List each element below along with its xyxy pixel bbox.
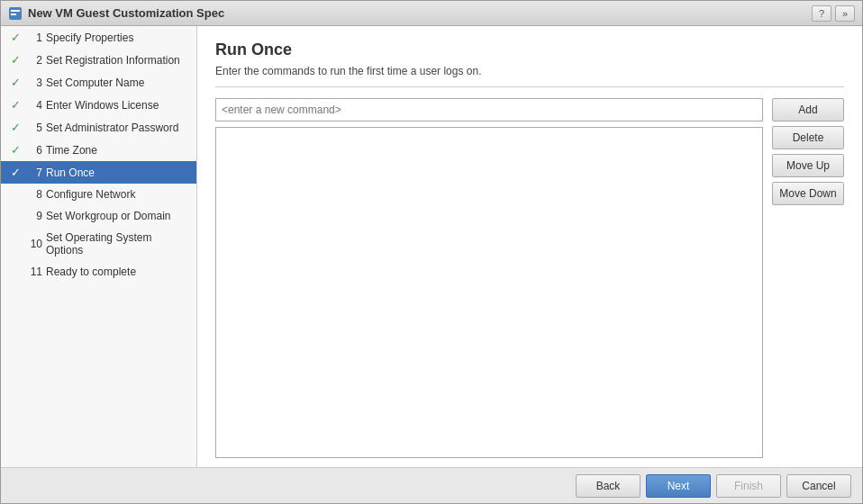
step-number-11: 11 — [26, 266, 42, 278]
sidebar-item-1[interactable]: ✓1Specify Properties — [1, 26, 196, 49]
check-icon-5: ✓ — [8, 121, 23, 134]
step-number-8: 8 — [26, 188, 42, 201]
sidebar-item-2[interactable]: ✓2Set Registration Information — [1, 49, 196, 71]
step-number-4: 4 — [26, 99, 42, 112]
back-button[interactable]: Back — [576, 474, 640, 498]
step-number-7: 7 — [26, 166, 42, 179]
move-down-button[interactable]: Move Down — [772, 182, 844, 205]
sidebar-item-3[interactable]: ✓3Set Computer Name — [1, 71, 196, 94]
help-button[interactable]: ? — [812, 5, 831, 22]
sidebar-item-7[interactable]: ✓7Run Once — [1, 161, 196, 184]
sidebar-item-6[interactable]: ✓6Time Zone — [1, 139, 196, 161]
step-label-9: Set Workgroup or Domain — [46, 210, 189, 222]
finish-button: Finish — [716, 474, 781, 498]
svg-rect-2 — [11, 14, 16, 15]
main-content: ✓1Specify Properties✓2Set Registration I… — [1, 26, 862, 467]
add-button[interactable]: Add — [772, 98, 844, 122]
step-number-1: 1 — [26, 32, 42, 44]
command-input[interactable] — [215, 98, 763, 122]
step-label-6: Time Zone — [46, 144, 189, 157]
step-number-3: 3 — [26, 76, 42, 89]
expand-button[interactable]: » — [835, 5, 855, 22]
step-label-1: Specify Properties — [46, 32, 189, 44]
svg-rect-1 — [11, 10, 20, 12]
check-icon-7: ✓ — [8, 166, 23, 179]
check-icon-6: ✓ — [8, 143, 23, 157]
title-bar-left: New VM Guest Customization Spec — [8, 6, 224, 21]
footer: Back Next Finish Cancel — [1, 467, 862, 503]
check-icon-1: ✓ — [8, 31, 23, 44]
sidebar-item-9[interactable]: 9Set Workgroup or Domain — [1, 205, 196, 227]
title-bar-controls: ? » — [812, 5, 855, 22]
cancel-button[interactable]: Cancel — [786, 474, 851, 498]
next-button[interactable]: Next — [646, 474, 711, 498]
sidebar-item-11[interactable]: 11Ready to complete — [1, 261, 196, 283]
check-icon-3: ✓ — [8, 76, 23, 89]
step-label-10: Set Operating System Options — [46, 231, 189, 256]
step-number-5: 5 — [26, 122, 42, 134]
check-icon-2: ✓ — [8, 53, 23, 67]
title-bar: New VM Guest Customization Spec ? » — [1, 1, 862, 26]
command-left — [215, 98, 763, 458]
check-icon-4: ✓ — [8, 98, 23, 112]
step-label-11: Ready to complete — [46, 266, 189, 278]
window-title: New VM Guest Customization Spec — [28, 6, 224, 20]
step-label-3: Set Computer Name — [46, 76, 189, 89]
command-list[interactable] — [215, 127, 763, 458]
step-number-2: 2 — [26, 54, 42, 67]
page-subtitle: Enter the commands to run the first time… — [215, 65, 844, 87]
step-number-10: 10 — [26, 238, 42, 250]
main-window: New VM Guest Customization Spec ? » ✓1Sp… — [0, 0, 863, 504]
sidebar-item-8[interactable]: 8Configure Network — [1, 184, 196, 205]
step-label-7: Run Once — [46, 166, 189, 179]
sidebar-item-5[interactable]: ✓5Set Administrator Password — [1, 116, 196, 139]
sidebar-item-10[interactable]: 10Set Operating System Options — [1, 227, 196, 261]
page-title: Run Once — [215, 40, 844, 59]
command-area: Add Delete Move Up Move Down — [215, 98, 844, 458]
step-number-9: 9 — [26, 210, 42, 222]
command-buttons: Add Delete Move Up Move Down — [772, 98, 844, 458]
move-up-button[interactable]: Move Up — [772, 154, 844, 177]
step-label-8: Configure Network — [46, 188, 189, 201]
sidebar-item-4[interactable]: ✓4Enter Windows License — [1, 94, 196, 116]
right-panel: Run Once Enter the commands to run the f… — [197, 26, 862, 467]
sidebar: ✓1Specify Properties✓2Set Registration I… — [1, 26, 197, 467]
delete-button[interactable]: Delete — [772, 126, 844, 149]
step-number-6: 6 — [26, 144, 42, 157]
step-label-5: Set Administrator Password — [46, 122, 189, 134]
step-label-2: Set Registration Information — [46, 54, 189, 67]
step-label-4: Enter Windows License — [46, 99, 189, 112]
window-icon — [8, 6, 23, 21]
